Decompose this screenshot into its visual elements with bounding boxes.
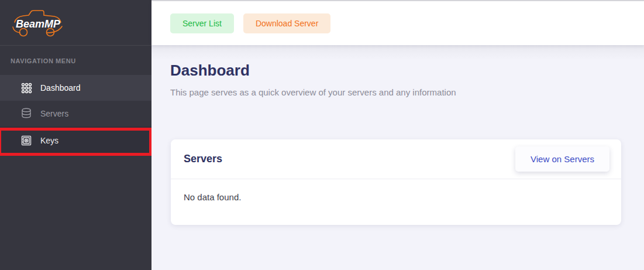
beammp-logo[interactable]: BeamMP: [0, 0, 151, 46]
main-content: Dashboard This page serves as a quick ov…: [151, 45, 644, 270]
database-icon: [20, 108, 32, 119]
app-window: BeamMP NAVIGATION MENU Dashboard: [0, 0, 644, 270]
view-on-servers-button[interactable]: View on Servers: [515, 146, 609, 172]
server-list-button[interactable]: Server List: [170, 13, 234, 33]
empty-message: No data found.: [184, 192, 241, 202]
beammp-truck-logo-icon: BeamMP: [9, 8, 68, 38]
grid-icon: [20, 82, 32, 94]
page-subtitle: This page serves as a quick overview of …: [170, 87, 456, 97]
servers-card-header: Servers View on Servers: [171, 139, 621, 179]
sidebar-item-label: Servers: [40, 109, 68, 118]
logo-text: BeamMP: [16, 18, 61, 30]
servers-card-body: No data found.: [171, 179, 621, 215]
sidebar-item-label: Dashboard: [40, 83, 81, 93]
servers-card-title: Servers: [184, 153, 222, 165]
page-title: Dashboard: [170, 61, 250, 80]
nav-menu: Dashboard Servers: [0, 75, 151, 155]
sidebar-item-dashboard[interactable]: Dashboard: [0, 75, 151, 101]
sidebar-item-servers[interactable]: Servers: [0, 101, 151, 127]
sidebar-item-label: Keys: [40, 136, 58, 145]
download-server-button[interactable]: Download Server: [243, 13, 330, 33]
sidebar-item-keys[interactable]: Keys: [0, 127, 151, 155]
sidebar: BeamMP NAVIGATION MENU Dashboard: [0, 0, 151, 270]
topbar: Server List Download Server: [151, 0, 644, 45]
nav-section-label: NAVIGATION MENU: [11, 57, 151, 75]
servers-card: Servers View on Servers No data found.: [171, 139, 621, 225]
safe-icon: [20, 135, 32, 146]
